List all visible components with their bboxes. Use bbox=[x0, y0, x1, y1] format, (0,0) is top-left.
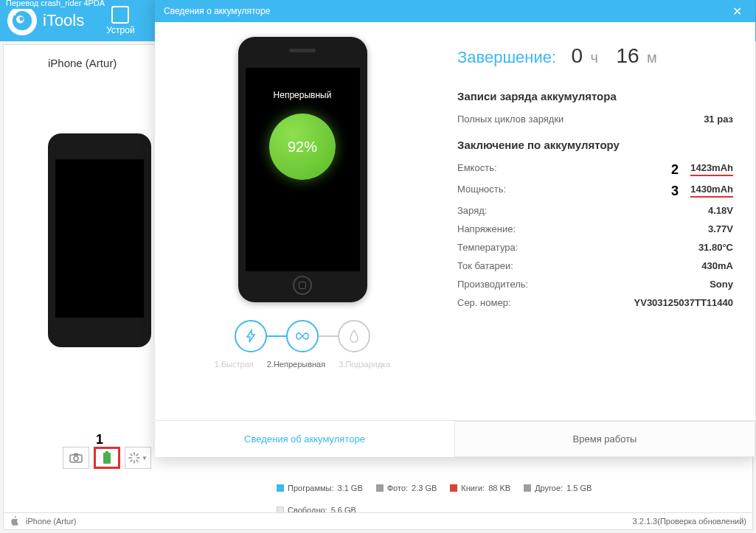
annotation-2: 2 bbox=[671, 162, 679, 178]
translator-credit: Перевод crash_rider 4PDA bbox=[0, 0, 111, 9]
stat-temperature: Температура:31.80°C bbox=[457, 238, 733, 257]
conclusion-title: Заключение по аккумулятору bbox=[457, 139, 733, 151]
app-logo bbox=[7, 6, 37, 35]
home-button-icon bbox=[293, 276, 312, 295]
dialog-left-panel: Непрерывный 92% 1.Быстрая 2.Непрерывная … bbox=[155, 22, 450, 420]
phone-toolbar: ▼ bbox=[63, 447, 151, 469]
trickle-mode-icon[interactable] bbox=[338, 320, 370, 352]
battery-info-button[interactable] bbox=[94, 447, 120, 469]
svg-line-13 bbox=[136, 460, 138, 461]
mode-labels: 1.Быстрая 2.Непрерывная 3.Подзарядка bbox=[215, 360, 391, 369]
nav-tab-label: Устрой bbox=[106, 25, 134, 35]
nav-tab-device[interactable]: Устрой bbox=[106, 6, 134, 35]
svg-point-4 bbox=[74, 456, 78, 461]
charge-mode-row bbox=[235, 320, 370, 352]
stat-current: Ток батареи:430mA bbox=[457, 257, 733, 275]
spinner-icon bbox=[128, 452, 140, 464]
svg-rect-5 bbox=[74, 453, 78, 456]
svg-line-12 bbox=[131, 454, 132, 456]
stat-serial: Сер. номер:YV303125037TT11440 bbox=[457, 293, 733, 312]
svg-line-15 bbox=[136, 454, 138, 456]
tab-battery-info[interactable]: Сведения об аккумуляторе bbox=[155, 421, 454, 457]
device-icon bbox=[111, 6, 129, 24]
annotation-3: 3 bbox=[671, 184, 679, 199]
annotation-1: 1 bbox=[96, 432, 103, 447]
completion-row: Завершение: 0 ч 16 м bbox=[457, 44, 733, 68]
apple-icon bbox=[10, 516, 20, 526]
loading-button[interactable]: ▼ bbox=[125, 447, 151, 469]
battery-icon bbox=[103, 451, 111, 464]
stat-charge: Заряд:4.18V bbox=[457, 201, 733, 220]
tab-runtime[interactable]: Время работы bbox=[454, 421, 755, 457]
stat-power: Мощность: 3 1430mAh bbox=[457, 180, 733, 201]
dialog-title: Сведения о аккумуляторе bbox=[164, 6, 270, 16]
status-device: iPhone (Artur) bbox=[26, 517, 76, 526]
background-phone-preview bbox=[48, 133, 151, 347]
dialog-header: Сведения о аккумуляторе ✕ bbox=[155, 0, 755, 22]
continuous-mode-icon[interactable] bbox=[286, 320, 319, 352]
mode-label-trickle: 3.Подзарядка bbox=[339, 360, 390, 369]
svg-line-14 bbox=[131, 460, 132, 461]
storage-apps: Программы: 3.1 GB bbox=[277, 484, 363, 492]
svg-rect-6 bbox=[105, 451, 108, 453]
charge-mode-label: Непрерывный bbox=[274, 90, 332, 100]
svg-rect-7 bbox=[103, 453, 111, 464]
camera-icon bbox=[69, 453, 83, 463]
screenshot-button[interactable] bbox=[63, 447, 89, 469]
completion-minutes: 16 bbox=[616, 44, 639, 67]
stat-full-cycles: Полных циклов зарядки 31 раз bbox=[457, 110, 733, 128]
fast-mode-icon[interactable] bbox=[235, 320, 267, 352]
completion-hours: 0 bbox=[572, 44, 583, 67]
mode-label-continuous: 2.Непрерывная bbox=[267, 360, 325, 369]
completion-label: Завершение: bbox=[457, 48, 556, 66]
charge-percent: 92% bbox=[269, 114, 336, 180]
stat-voltage: Напряжение:3.77V bbox=[457, 220, 733, 238]
storage-photos: Фото: 2.3 GB bbox=[376, 484, 437, 492]
storage-legend: Программы: 3.1 GB Фото: 2.3 GB Книги: 88… bbox=[277, 484, 719, 515]
stat-manufacturer: Производитель:Sony bbox=[457, 275, 733, 293]
battery-info-dialog: Сведения о аккумуляторе ✕ Непрерывный 92… bbox=[155, 0, 755, 457]
status-version: 3.2.1.3 bbox=[633, 517, 658, 526]
records-title: Записи заряда аккумулятора bbox=[457, 90, 733, 102]
svg-point-2 bbox=[20, 17, 24, 21]
storage-books: Книги: 88 KB bbox=[450, 484, 510, 492]
app-name: iTools bbox=[43, 11, 84, 30]
stat-capacity: Емкость: 2 1423mAh bbox=[457, 158, 733, 180]
dialog-right-panel: Завершение: 0 ч 16 м Записи заряда аккум… bbox=[450, 22, 755, 420]
dialog-phone-preview: Непрерывный 92% bbox=[238, 37, 367, 302]
mode-label-fast: 1.Быстрая bbox=[215, 360, 254, 369]
storage-other: Другое: 1.5 GB bbox=[524, 484, 592, 492]
status-update[interactable]: (Проверка обновлений) bbox=[657, 517, 746, 526]
close-button[interactable]: ✕ bbox=[728, 4, 746, 18]
dialog-tabs: Сведения об аккумуляторе Время работы bbox=[155, 420, 755, 457]
status-bar: iPhone (Artur) 3.2.1.3(Проверка обновлен… bbox=[3, 512, 753, 530]
